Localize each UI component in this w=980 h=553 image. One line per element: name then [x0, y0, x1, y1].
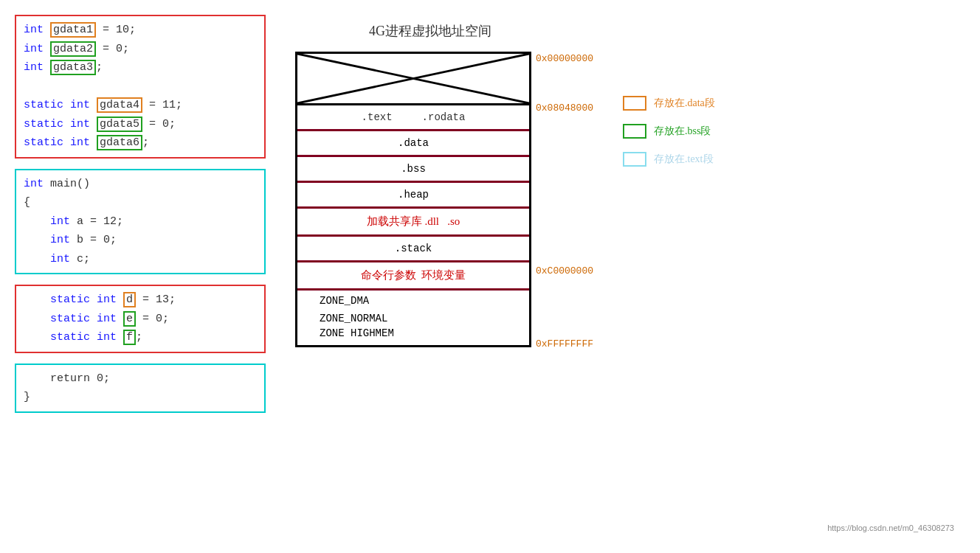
rodata-label: .rodata — [422, 111, 466, 123]
heap-row: .heap — [297, 183, 529, 209]
code-box-static-locals: static int d = 13; static int e = 0; sta… — [15, 285, 266, 353]
keyword: static int — [24, 99, 97, 111]
watermark: https://blog.csdn.net/m0_46308273 — [827, 524, 954, 532]
gdata4-highlight: gdata4 — [97, 97, 142, 113]
text-label: .text — [362, 111, 393, 123]
code-box-return: return 0; } — [15, 364, 266, 413]
legend-box-green — [623, 124, 646, 139]
bss-row: .bss — [297, 157, 529, 183]
memory-map-wrapper: .text .rodata .data .bss .heap 加载共享库 .dl… — [295, 52, 593, 349]
code-line: static int e = 0; — [24, 310, 257, 329]
zone-normal-row: ZONE_NORMAL — [297, 311, 529, 326]
d-highlight: d — [123, 292, 136, 307]
code-line: int gdata2 = 0; — [24, 40, 257, 59]
e-highlight: e — [123, 311, 136, 327]
diagram-panel: 4G进程虚拟地址空间 .text .rodata — [295, 15, 965, 538]
diagram-title: 4G进程虚拟地址空间 — [369, 22, 491, 40]
code-line: static int gdata4 = 11; — [24, 96, 257, 115]
zone-highmem-row: ZONE HIGHMEM — [297, 326, 529, 345]
diagram-body: .text .rodata .data .bss .heap 加载共享库 .dl… — [295, 52, 715, 349]
gdata3-highlight: gdata3 — [50, 60, 96, 75]
f-highlight: f — [123, 330, 136, 345]
keyword: int — [24, 61, 50, 74]
legend-box-orange — [623, 96, 646, 111]
stack-row: .stack — [297, 237, 529, 262]
gdata1-highlight: gdata1 — [50, 22, 96, 38]
addr-0x08048000: 0x08048000 — [536, 102, 593, 114]
code-line: int c; — [24, 250, 257, 269]
keyword: int — [24, 24, 50, 36]
code-line: int main() — [24, 175, 257, 194]
page-container: int gdata1 = 10; int gdata2 = 0; int gda… — [0, 0, 980, 553]
code-line: { — [24, 193, 257, 212]
legend-item-text: 存放在.text段 — [623, 152, 715, 167]
addr-0xFFFFFFFF: 0xFFFFFFFF — [536, 338, 593, 349]
code-line: int b = 0; — [24, 231, 257, 250]
legend-label-data: 存放在.data段 — [654, 97, 715, 110]
address-labels: 0x00000000 0x08048000 0xC0000000 0xFFFFF… — [536, 52, 593, 349]
zone-dma-row: ZONE_DMA — [297, 291, 529, 311]
addr-0xC0000000: 0xC0000000 — [536, 265, 593, 276]
keyword: static int — [24, 136, 97, 149]
cmdline-row: 命令行参数 环境变量 — [297, 262, 529, 291]
memory-map: .text .rodata .data .bss .heap 加载共享库 .dl… — [295, 52, 531, 347]
gdata6-highlight: gdata6 — [97, 135, 142, 150]
text-rodata-row: .text .rodata — [297, 105, 529, 131]
x-pattern-row — [297, 54, 529, 105]
code-line: } — [24, 388, 257, 407]
keyword: static int — [24, 118, 97, 131]
code-line: static int gdata6; — [24, 133, 257, 153]
code-box-main: int main() { int a = 12; int b = 0; int … — [15, 169, 266, 275]
code-line: int a = 12; — [24, 212, 257, 232]
gdata5-highlight: gdata5 — [97, 116, 142, 132]
addr-0x00000000: 0x00000000 — [536, 53, 593, 64]
legend-box-cyan — [623, 152, 646, 167]
code-line: int gdata1 = 10; — [24, 21, 257, 40]
code-line: static int gdata5 = 0; — [24, 115, 257, 134]
data-row: .data — [297, 131, 529, 157]
gdata2-highlight: gdata2 — [50, 41, 96, 57]
keyword: int — [24, 43, 50, 55]
x-pattern-svg — [297, 54, 529, 103]
code-line: int gdata3; — [24, 58, 257, 77]
legend: 存放在.data段 存放在.bss段 存放在.text段 — [623, 96, 715, 167]
code-line: static int d = 13; — [24, 291, 257, 310]
legend-item-data: 存放在.data段 — [623, 96, 715, 111]
code-panel: int gdata1 = 10; int gdata2 = 0; int gda… — [15, 15, 266, 538]
code-line: return 0; — [24, 369, 257, 389]
legend-item-bss: 存放在.bss段 — [623, 124, 715, 139]
shared-lib-row: 加载共享库 .dll .so — [297, 209, 529, 237]
legend-label-bss: 存放在.bss段 — [654, 125, 711, 138]
code-box-globals-1: int gdata1 = 10; int gdata2 = 0; int gda… — [15, 15, 266, 159]
legend-label-text: 存放在.text段 — [654, 153, 714, 166]
code-line: static int f; — [24, 328, 257, 347]
